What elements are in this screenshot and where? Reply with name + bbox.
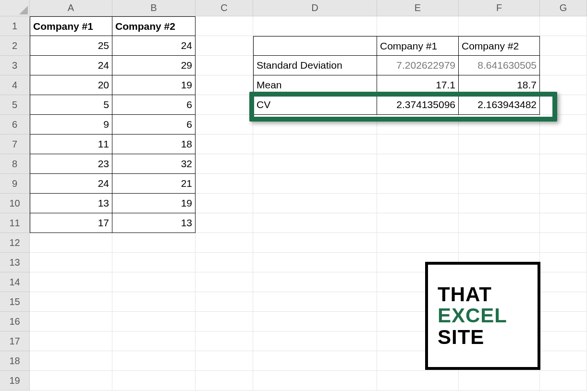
- cell-B9[interactable]: 21: [112, 174, 196, 194]
- cell-E8[interactable]: [377, 154, 459, 174]
- cell-D4[interactable]: Mean: [253, 75, 377, 95]
- cell-A7[interactable]: 11: [30, 135, 112, 154]
- cell-A6[interactable]: 9: [30, 115, 112, 135]
- row-header-5[interactable]: 5: [0, 95, 30, 115]
- cell-A13[interactable]: [30, 253, 112, 272]
- row-header-10[interactable]: 10: [0, 194, 30, 213]
- cell-B12[interactable]: [112, 233, 196, 253]
- cell-G10[interactable]: [540, 194, 587, 213]
- cell-C5[interactable]: [196, 95, 253, 115]
- cell-G3[interactable]: [540, 56, 587, 75]
- cell-F1[interactable]: [459, 16, 540, 36]
- row-header-15[interactable]: 15: [0, 292, 30, 312]
- cell-G19[interactable]: [540, 371, 587, 391]
- col-header-F[interactable]: F: [459, 0, 540, 16]
- cell-C13[interactable]: [196, 253, 253, 272]
- cell-F8[interactable]: [459, 154, 540, 174]
- cell-D2[interactable]: [253, 36, 377, 56]
- cell-A5[interactable]: 5: [30, 95, 112, 115]
- cell-C3[interactable]: [196, 56, 253, 75]
- cell-C11[interactable]: [196, 213, 253, 233]
- cell-C6[interactable]: [196, 115, 253, 135]
- cell-C10[interactable]: [196, 194, 253, 213]
- cell-E1[interactable]: [377, 16, 459, 36]
- cell-G7[interactable]: [540, 135, 587, 154]
- cell-D10[interactable]: [253, 194, 377, 213]
- cell-E10[interactable]: [377, 194, 459, 213]
- cell-A14[interactable]: [30, 272, 112, 292]
- cell-A9[interactable]: 24: [30, 174, 112, 194]
- cell-B16[interactable]: [112, 312, 196, 331]
- cell-D8[interactable]: [253, 154, 377, 174]
- col-header-B[interactable]: B: [112, 0, 196, 16]
- cell-C1[interactable]: [196, 16, 253, 36]
- cell-F12[interactable]: [459, 233, 540, 253]
- cell-G11[interactable]: [540, 213, 587, 233]
- cell-D7[interactable]: [253, 135, 377, 154]
- cell-D16[interactable]: [253, 312, 377, 331]
- cell-C7[interactable]: [196, 135, 253, 154]
- cell-F7[interactable]: [459, 135, 540, 154]
- cell-E12[interactable]: [377, 233, 459, 253]
- cell-A17[interactable]: [30, 331, 112, 351]
- cell-G1[interactable]: [540, 16, 587, 36]
- row-header-1[interactable]: 1: [0, 16, 30, 36]
- cell-B13[interactable]: [112, 253, 196, 272]
- cell-B7[interactable]: 18: [112, 135, 196, 154]
- cell-B5[interactable]: 6: [112, 95, 196, 115]
- row-header-2[interactable]: 2: [0, 36, 30, 56]
- cell-B2[interactable]: 24: [112, 36, 196, 56]
- row-header-12[interactable]: 12: [0, 233, 30, 253]
- cell-G15[interactable]: [540, 292, 587, 312]
- cell-D6[interactable]: [253, 115, 377, 135]
- cell-G8[interactable]: [540, 154, 587, 174]
- cell-C17[interactable]: [196, 331, 253, 351]
- cell-F6[interactable]: [459, 115, 540, 135]
- cell-D14[interactable]: [253, 272, 377, 292]
- cell-C16[interactable]: [196, 312, 253, 331]
- cell-E5[interactable]: 2.374135096: [377, 95, 459, 115]
- cell-B10[interactable]: 19: [112, 194, 196, 213]
- cell-C15[interactable]: [196, 292, 253, 312]
- cell-A1[interactable]: Company #1: [30, 16, 112, 36]
- row-header-3[interactable]: 3: [0, 56, 30, 75]
- cell-A16[interactable]: [30, 312, 112, 331]
- cell-F10[interactable]: [459, 194, 540, 213]
- cell-G6[interactable]: [540, 115, 587, 135]
- row-header-18[interactable]: 18: [0, 351, 30, 371]
- cell-B18[interactable]: [112, 351, 196, 371]
- cell-E11[interactable]: [377, 213, 459, 233]
- row-header-19[interactable]: 19: [0, 371, 30, 391]
- cell-A3[interactable]: 24: [30, 56, 112, 75]
- row-header-7[interactable]: 7: [0, 135, 30, 154]
- cell-A12[interactable]: [30, 233, 112, 253]
- cell-E19[interactable]: [377, 371, 459, 391]
- cell-A8[interactable]: 23: [30, 154, 112, 174]
- cell-A10[interactable]: 13: [30, 194, 112, 213]
- cell-F4[interactable]: 18.7: [459, 75, 540, 95]
- cell-A15[interactable]: [30, 292, 112, 312]
- cell-D17[interactable]: [253, 331, 377, 351]
- cell-D18[interactable]: [253, 351, 377, 371]
- cell-B15[interactable]: [112, 292, 196, 312]
- col-header-G[interactable]: G: [540, 0, 587, 16]
- cell-A11[interactable]: 17: [30, 213, 112, 233]
- cell-F11[interactable]: [459, 213, 540, 233]
- cell-A19[interactable]: [30, 371, 112, 391]
- cell-D13[interactable]: [253, 253, 377, 272]
- cell-D11[interactable]: [253, 213, 377, 233]
- select-all-corner[interactable]: [0, 0, 30, 16]
- row-header-8[interactable]: 8: [0, 154, 30, 174]
- cell-D12[interactable]: [253, 233, 377, 253]
- row-header-13[interactable]: 13: [0, 253, 30, 272]
- cell-B19[interactable]: [112, 371, 196, 391]
- cell-C4[interactable]: [196, 75, 253, 95]
- cell-A18[interactable]: [30, 351, 112, 371]
- cell-D15[interactable]: [253, 292, 377, 312]
- row-header-11[interactable]: 11: [0, 213, 30, 233]
- cell-F2[interactable]: Company #2: [459, 36, 540, 56]
- cell-B14[interactable]: [112, 272, 196, 292]
- cell-G17[interactable]: [540, 331, 587, 351]
- col-header-A[interactable]: A: [30, 0, 112, 16]
- cell-D3[interactable]: Standard Deviation: [253, 56, 377, 75]
